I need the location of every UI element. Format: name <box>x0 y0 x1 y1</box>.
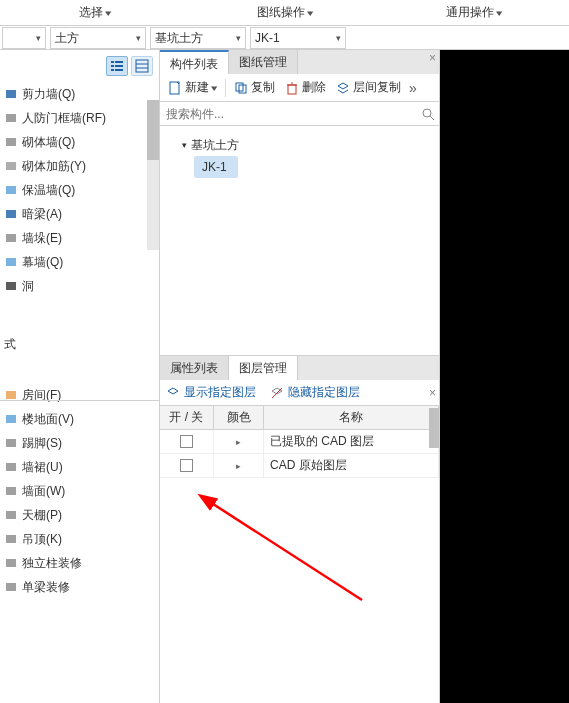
tab-label: 构件列表 <box>170 57 218 71</box>
sidebar-item-吊顶(K)[interactable]: 吊顶(K) <box>0 527 159 551</box>
svg-rect-11 <box>6 138 16 146</box>
scrollbar[interactable] <box>429 408 439 448</box>
sidebar-item-楼地面(V)[interactable]: 楼地面(V) <box>0 407 159 431</box>
sidebar-item-label: 墙垛(E) <box>22 230 62 247</box>
dropdown-item[interactable]: JK-1 ▾ <box>250 27 346 49</box>
dropdown-item-label: JK-1 <box>255 31 332 45</box>
component-icon <box>4 508 18 522</box>
caret-icon: ▾ <box>307 8 314 18</box>
search-icon[interactable] <box>421 107 435 121</box>
detail-icon <box>135 59 149 73</box>
menu-select-label: 选择 <box>79 4 103 21</box>
menu-select[interactable]: 选择 ▾ <box>0 0 190 25</box>
menu-general-ops[interactable]: 通用操作 ▾ <box>379 0 569 25</box>
delete-button[interactable]: 删除 <box>281 77 330 98</box>
sidebar-item-房间(F)[interactable]: 房间(F) <box>0 383 159 407</box>
svg-rect-22 <box>6 487 16 495</box>
checkbox[interactable] <box>180 459 193 472</box>
svg-rect-10 <box>6 114 16 122</box>
search-input[interactable] <box>164 106 421 122</box>
tree-node-label: 基坑土方 <box>191 137 239 154</box>
tree-node-root[interactable]: ▾ 基坑土方 <box>168 134 431 156</box>
checkbox[interactable] <box>180 435 193 448</box>
table-row[interactable]: ▸CAD 原始图层 <box>160 454 439 478</box>
sidebar-item-label: 天棚(P) <box>22 507 62 524</box>
svg-rect-18 <box>6 391 16 399</box>
sidebar-item-label: 墙裙(U) <box>22 459 63 476</box>
viewport-area[interactable] <box>440 50 569 703</box>
sidebar-item-洞[interactable]: 洞 <box>0 274 159 298</box>
svg-rect-25 <box>6 559 16 567</box>
svg-rect-0 <box>111 61 114 63</box>
menu-drawing-label: 图纸操作 <box>257 4 305 21</box>
view-list-icon-button[interactable] <box>106 56 128 76</box>
dropdown-0[interactable]: ▾ <box>2 27 46 49</box>
triangle-right-icon: ▸ <box>236 437 241 447</box>
sidebar-item-保温墙(Q)[interactable]: 保温墙(Q) <box>0 178 159 202</box>
dropdown-category[interactable]: 土方 ▾ <box>50 27 146 49</box>
triangle-down-icon: ▾ <box>182 140 187 150</box>
tree-leaf-label: JK-1 <box>202 160 227 174</box>
separator <box>225 79 226 97</box>
svg-rect-15 <box>6 234 16 242</box>
component-icon <box>4 135 18 149</box>
dropdown-type-label: 基坑土方 <box>155 30 232 47</box>
sidebar-item-砌体加筋(Y)[interactable]: 砌体加筋(Y) <box>0 154 159 178</box>
tab-layer-manage[interactable]: 图层管理 <box>229 356 298 380</box>
svg-rect-20 <box>6 439 16 447</box>
svg-rect-26 <box>6 583 16 591</box>
sidebar-item-墙面(W)[interactable]: 墙面(W) <box>0 479 159 503</box>
tree-leaf-selected[interactable]: JK-1 <box>194 156 238 178</box>
layer-copy-button[interactable]: 层间复制 <box>332 77 405 98</box>
component-icon <box>4 207 18 221</box>
tab-label: 属性列表 <box>170 361 218 375</box>
col-header-onoff[interactable]: 开 / 关 <box>160 406 214 429</box>
sidebar-item-人防门框墙(RF)[interactable]: 人防门框墙(RF) <box>0 106 159 130</box>
sidebar-item-独立柱装修[interactable]: 独立柱装修 <box>0 551 159 575</box>
tab-component-list[interactable]: 构件列表 <box>160 50 229 74</box>
tab-label: 图层管理 <box>239 361 287 375</box>
menu-drawing-ops[interactable]: 图纸操作 ▾ <box>190 0 380 25</box>
dropdown-type[interactable]: 基坑土方 ▾ <box>150 27 246 49</box>
sidebar-item-label: 吊顶(K) <box>22 531 62 548</box>
sidebar-item-墙裙(U)[interactable]: 墙裙(U) <box>0 455 159 479</box>
sidebar-item-剪力墙(Q)[interactable]: 剪力墙(Q) <box>0 82 159 106</box>
component-icon <box>4 484 18 498</box>
btn-label: 显示指定图层 <box>184 384 256 401</box>
copy-button[interactable]: 复制 <box>230 77 279 98</box>
tab-label: 图纸管理 <box>239 55 287 69</box>
chevron-down-icon: ▾ <box>32 33 41 43</box>
table-row[interactable]: ▸已提取的 CAD 图层 <box>160 430 439 454</box>
svg-rect-21 <box>6 463 16 471</box>
menu-general-label: 通用操作 <box>446 4 494 21</box>
sidebar-item-幕墙(Q)[interactable]: 幕墙(Q) <box>0 250 159 274</box>
new-button[interactable]: 新建▾ <box>164 77 221 98</box>
col-header-color[interactable]: 颜色 <box>214 406 264 429</box>
tab-property-list[interactable]: 属性列表 <box>160 356 229 380</box>
sidebar-item-天棚(P)[interactable]: 天棚(P) <box>0 503 159 527</box>
svg-point-33 <box>423 109 431 117</box>
sidebar-item-暗梁(A)[interactable]: 暗梁(A) <box>0 202 159 226</box>
sidebar-item-label: 独立柱装修 <box>22 555 82 572</box>
svg-rect-1 <box>115 61 123 63</box>
component-icon <box>4 460 18 474</box>
section-label-shi[interactable]: 式 <box>0 328 159 361</box>
component-icon <box>4 183 18 197</box>
component-icon <box>4 412 18 426</box>
svg-rect-17 <box>6 282 16 290</box>
more-icon[interactable]: » <box>407 80 419 96</box>
scrollbar[interactable] <box>147 100 159 250</box>
show-layer-button[interactable]: 显示指定图层 <box>166 384 256 401</box>
svg-rect-3 <box>115 65 123 67</box>
sidebar-item-墙垛(E)[interactable]: 墙垛(E) <box>0 226 159 250</box>
sidebar-item-砌体墙(Q)[interactable]: 砌体墙(Q) <box>0 130 159 154</box>
hide-layer-button[interactable]: 隐藏指定图层 <box>270 384 360 401</box>
col-header-name[interactable]: 名称 <box>264 406 439 429</box>
view-detail-icon-button[interactable] <box>131 56 153 76</box>
sidebar-item-踢脚(S)[interactable]: 踢脚(S) <box>0 431 159 455</box>
svg-rect-27 <box>170 82 179 94</box>
sidebar-item-单梁装修[interactable]: 单梁装修 <box>0 575 159 599</box>
component-icon <box>4 255 18 269</box>
tab-drawing-manage[interactable]: 图纸管理 <box>229 50 298 74</box>
close-icon[interactable]: × <box>429 51 436 65</box>
